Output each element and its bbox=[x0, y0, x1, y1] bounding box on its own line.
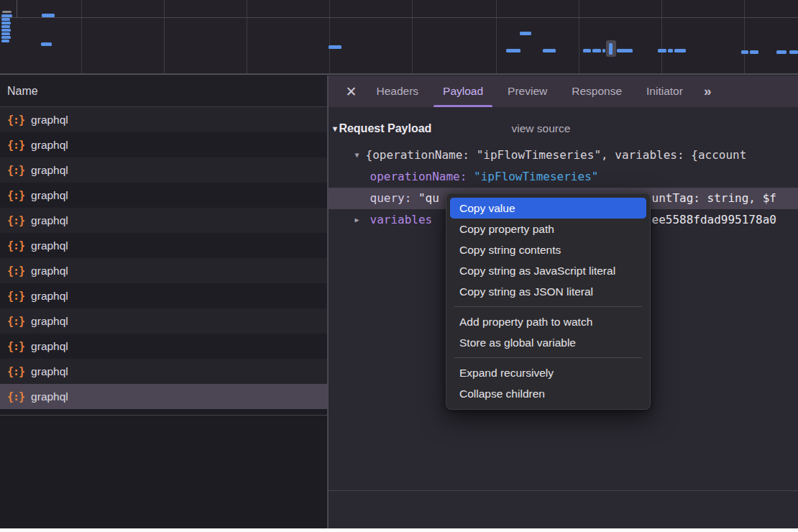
network-activity-bar bbox=[750, 50, 758, 54]
json-value-left-fragment: "qu bbox=[418, 191, 439, 205]
request-row[interactable]: {:}graphql bbox=[0, 334, 327, 359]
request-row[interactable]: {:}graphql bbox=[0, 183, 327, 208]
network-activity-bar bbox=[609, 43, 613, 55]
network-activity-bar bbox=[592, 49, 601, 52]
json-request-icon: {:} bbox=[7, 239, 24, 252]
menu-separator bbox=[454, 357, 642, 358]
network-activity-bar bbox=[329, 45, 341, 49]
network-activity-bar bbox=[1, 18, 10, 21]
context-menu: Copy valueCopy property pathCopy string … bbox=[446, 193, 651, 410]
network-activity-bar bbox=[668, 49, 673, 52]
close-icon[interactable]: ✕ bbox=[339, 75, 364, 107]
request-name: graphql bbox=[31, 340, 68, 353]
section-title: Request Payload bbox=[339, 122, 431, 135]
menu-item-label: Collapse children bbox=[459, 387, 545, 400]
network-activity-bar bbox=[2, 11, 12, 13]
tree-row-operation-name[interactable]: operationName: "ipFlowTimeseries" bbox=[329, 166, 798, 188]
network-activity-bar bbox=[42, 14, 55, 17]
tab-label: Payload bbox=[443, 85, 483, 98]
detail-tab-bar: ✕ HeadersPayloadPreviewResponseInitiator… bbox=[329, 75, 798, 107]
tab-initiator[interactable]: Initiator bbox=[634, 75, 695, 107]
json-key: operationName bbox=[370, 170, 460, 183]
request-name: graphql bbox=[31, 365, 68, 378]
menu-item-copy-string-as-javascript-literal[interactable]: Copy string as JavaScript literal bbox=[450, 260, 646, 281]
json-request-icon: {:} bbox=[7, 390, 24, 403]
view-source-link[interactable]: view source bbox=[512, 122, 571, 135]
request-row[interactable]: {:}graphql bbox=[0, 132, 327, 157]
collapse-caret-icon[interactable]: ▼ bbox=[355, 145, 359, 166]
request-row[interactable]: {:}graphql bbox=[0, 107, 327, 132]
network-activity-bar bbox=[1, 29, 11, 32]
menu-item-copy-string-as-json-literal[interactable]: Copy string as JSON literal bbox=[450, 281, 646, 302]
overview-gridline bbox=[329, 0, 330, 73]
tab-label: Preview bbox=[508, 85, 547, 98]
request-name: graphql bbox=[31, 290, 68, 303]
request-payload-section-header[interactable]: ▼ Request Payload view source bbox=[329, 117, 798, 140]
more-tabs-icon[interactable]: » bbox=[695, 75, 719, 107]
json-request-icon: {:} bbox=[7, 139, 24, 152]
menu-item-store-as-global-variable[interactable]: Store as global variable bbox=[450, 332, 646, 353]
tab-preview[interactable]: Preview bbox=[495, 75, 559, 107]
request-name: graphql bbox=[31, 265, 68, 278]
request-name: graphql bbox=[31, 239, 68, 252]
network-activity-bar bbox=[617, 49, 633, 52]
menu-item-copy-string-contents[interactable]: Copy string contents bbox=[450, 239, 646, 260]
expand-caret-icon[interactable]: ▶ bbox=[355, 209, 359, 231]
menu-item-label: Expand recursively bbox=[459, 367, 554, 380]
menu-item-collapse-children[interactable]: Collapse children bbox=[450, 383, 646, 404]
requests-table: Name {:}graphql{:}graphql{:}graphql{:}gr… bbox=[0, 75, 327, 528]
json-request-icon: {:} bbox=[7, 365, 24, 378]
request-name: graphql bbox=[31, 164, 68, 177]
request-row[interactable]: {:}graphql bbox=[0, 258, 327, 283]
overview-gridline bbox=[744, 0, 745, 73]
network-activity-bar bbox=[776, 50, 786, 54]
overview-gridline bbox=[164, 0, 165, 73]
detail-footer-divider bbox=[329, 490, 798, 491]
menu-item-add-property-path-to-watch[interactable]: Add property path to watch bbox=[450, 311, 646, 332]
menu-item-label: Copy string as JSON literal bbox=[459, 285, 593, 298]
network-activity-bar bbox=[583, 49, 591, 52]
network-activity-bar bbox=[789, 50, 798, 54]
network-activity-bar bbox=[674, 49, 686, 52]
chevron-double-right-icon: » bbox=[704, 83, 710, 99]
request-row[interactable]: {:}graphql bbox=[0, 157, 327, 183]
request-name: graphql bbox=[31, 390, 68, 403]
json-string-value: "ipFlowTimeseries" bbox=[474, 170, 598, 183]
overview-gridline bbox=[579, 0, 579, 73]
menu-item-copy-property-path[interactable]: Copy property path bbox=[450, 219, 646, 239]
tab-label: Headers bbox=[377, 85, 419, 98]
json-request-icon: {:} bbox=[7, 315, 24, 328]
tab-payload[interactable]: Payload bbox=[431, 75, 495, 107]
request-row[interactable]: {:}graphql bbox=[0, 359, 327, 384]
menu-item-label: Copy property path bbox=[459, 223, 554, 236]
network-overview-waterfall[interactable] bbox=[0, 0, 798, 75]
request-row[interactable]: {:}graphql bbox=[0, 283, 327, 308]
overview-axis-tick bbox=[17, 0, 17, 17]
menu-item-label: Copy string as JavaScript literal bbox=[459, 265, 615, 278]
json-request-icon: {:} bbox=[7, 265, 24, 278]
network-activity-bar bbox=[658, 49, 666, 52]
devtools-network-panel: Name {:}graphql{:}graphql{:}graphql{:}gr… bbox=[0, 0, 798, 532]
network-activity-bar bbox=[1, 36, 11, 39]
overview-gridline bbox=[247, 0, 247, 73]
column-header-name[interactable]: Name bbox=[0, 75, 327, 107]
section-expander-icon[interactable]: ▼ bbox=[331, 124, 339, 133]
tab-response[interactable]: Response bbox=[559, 75, 634, 107]
json-value-right-fragment: untTag: string, $f bbox=[652, 188, 776, 209]
overview-gridline bbox=[661, 0, 662, 73]
request-row[interactable]: {:}graphql bbox=[0, 208, 327, 233]
tree-row-root[interactable]: ▼ {operationName: "ipFlowTimeseries", va… bbox=[329, 145, 798, 166]
request-row[interactable]: {:}graphql bbox=[0, 233, 327, 258]
network-activity-bar bbox=[602, 49, 605, 52]
overview-gridline bbox=[0, 73, 798, 74]
request-row-selected[interactable]: {:}graphql bbox=[0, 384, 327, 409]
json-request-icon: {:} bbox=[7, 164, 24, 177]
network-activity-bar bbox=[506, 49, 520, 52]
tab-headers[interactable]: Headers bbox=[364, 75, 431, 107]
json-request-icon: {:} bbox=[7, 340, 24, 353]
request-name: graphql bbox=[31, 214, 68, 227]
menu-item-copy-value[interactable]: Copy value bbox=[450, 198, 646, 219]
tab-label: Initiator bbox=[646, 85, 683, 98]
request-row[interactable]: {:}graphql bbox=[0, 308, 327, 334]
menu-item-expand-recursively[interactable]: Expand recursively bbox=[450, 362, 646, 383]
